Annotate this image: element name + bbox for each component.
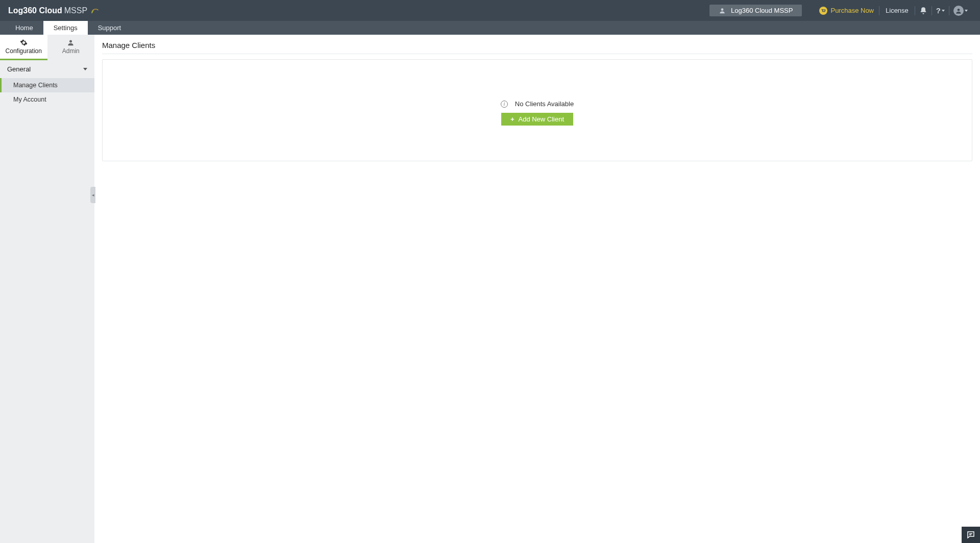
body: Configuration Admin General Manage Clien… [0,35,980,543]
chevron-left-icon: ◂ [92,192,94,198]
tenant-indicator[interactable]: Log360 Cloud MSSP [709,5,802,16]
plus-icon: + [510,115,514,123]
main-nav: Home Settings Support [0,21,980,35]
chat-button[interactable] [962,527,980,543]
sidebar-collapse-handle[interactable]: ◂ [90,187,95,203]
add-button-label: Add New Client [518,115,564,123]
clients-panel: i No Clients Available + Add New Client [102,59,972,161]
chevron-down-icon [965,10,968,12]
brand-logo-arc [90,6,100,15]
info-icon: i [501,101,508,108]
user-menu[interactable] [949,6,972,16]
header-right: Log360 Cloud MSSP Purchase Now License ? [709,5,972,16]
brand-main: Log360 Cloud [8,6,62,15]
nav-tab-label: Home [15,24,33,32]
license-label: License [886,7,909,14]
subtab-label: Admin [62,47,80,55]
avatar-icon [953,6,964,16]
sidebar-item-manage-clients[interactable]: Manage Clients [0,78,94,92]
sidebar-item-label: Manage Clients [13,82,58,89]
subtab-admin[interactable]: Admin [47,35,95,60]
chevron-down-icon [83,68,87,70]
sidebar-item-my-account[interactable]: My Account [0,92,94,107]
chat-icon [966,530,975,539]
empty-state: i No Clients Available + Add New Client [501,100,574,126]
cart-icon [819,7,827,15]
empty-message-row: i No Clients Available [501,100,574,108]
nav-tab-label: Settings [54,24,78,32]
svg-point-0 [721,8,724,11]
admin-icon [67,39,75,46]
sidebar-section-general[interactable]: General [0,60,94,78]
sidebar-subtabs: Configuration Admin [0,35,94,60]
chevron-down-icon [942,10,945,12]
empty-message: No Clients Available [515,100,574,108]
add-new-client-button[interactable]: + Add New Client [501,113,573,126]
nav-tab-home[interactable]: Home [5,21,43,35]
brand-sub: MSSP [64,6,87,15]
nav-tab-label: Support [98,24,121,32]
gear-icon [20,39,28,46]
sidebar: Configuration Admin General Manage Clien… [0,35,94,543]
sidebar-item-label: My Account [13,96,46,103]
license-link[interactable]: License [879,7,915,14]
app-header: Log360 Cloud MSSP Log360 Cloud MSSP Purc… [0,0,980,21]
sidebar-section-label: General [7,65,31,73]
tenant-name: Log360 Cloud MSSP [731,7,793,14]
divider [102,54,972,54]
svg-point-1 [958,8,960,11]
svg-point-2 [69,40,72,43]
subtab-label: Configuration [6,47,42,55]
notifications-button[interactable] [915,7,932,15]
main-content: Manage Clients i No Clients Available + … [94,35,980,543]
nav-tab-settings[interactable]: Settings [43,21,88,35]
purchase-now-link[interactable]: Purchase Now [814,7,879,15]
help-menu[interactable]: ? [932,6,949,15]
page-title: Manage Clients [102,41,972,50]
purchase-now-label: Purchase Now [830,7,874,14]
nav-tab-support[interactable]: Support [88,21,132,35]
subtab-configuration[interactable]: Configuration [0,35,47,60]
bell-icon [919,7,927,15]
user-icon [719,7,726,14]
help-icon: ? [936,6,941,15]
brand: Log360 Cloud MSSP [8,6,100,15]
